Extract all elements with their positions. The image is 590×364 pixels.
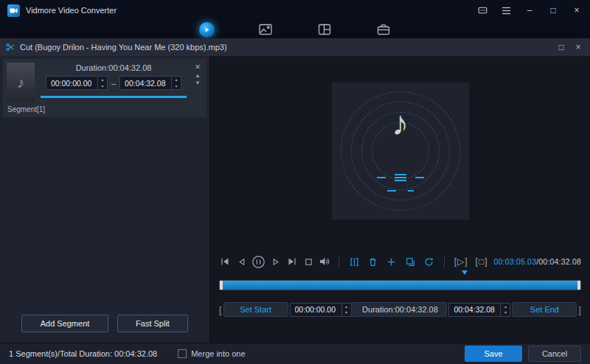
segment-start-value[interactable] [46, 77, 97, 89]
dialog-title: Cut (Bugoy Drilon - Having You Near Me (… [20, 43, 550, 52]
spinner-up-icon[interactable]: ▴ [98, 77, 107, 83]
trim-end-input[interactable]: ▴ ▾ [448, 303, 510, 317]
statusbar-actions: Save Cancel [465, 346, 581, 362]
trim-end-handle[interactable] [577, 281, 580, 290]
remove-segment-icon[interactable]: × [195, 63, 200, 71]
move-up-icon[interactable]: ▴ [196, 72, 200, 79]
spinner-down-icon[interactable]: ▾ [501, 309, 510, 316]
equalizer-row [332, 190, 469, 192]
timeline[interactable] [219, 280, 581, 290]
segment-actions: Add Segment Fast Split [0, 315, 209, 332]
segment-end-spinner: ▴ ▾ [171, 77, 181, 89]
feedback-icon[interactable] [476, 4, 488, 16]
titlebar-controls: – □ × [476, 4, 583, 16]
close-icon[interactable]: × [571, 4, 583, 16]
reset-icon[interactable] [422, 253, 436, 270]
time-display: 00:03:05.03/00:04:32.08 [494, 257, 581, 266]
dialog-close-icon[interactable]: × [572, 42, 584, 52]
segment-start-spinner: ▴ ▾ [97, 77, 107, 89]
trim-end-spinner: ▴ ▾ [500, 304, 510, 316]
trim-start-input[interactable]: ▴ ▾ [290, 303, 352, 317]
fast-split-button[interactable]: Fast Split [117, 315, 188, 332]
set-start-button[interactable]: Set Start [223, 302, 288, 317]
add-segment-button[interactable]: Add Segment [21, 315, 108, 332]
cut-dialog-header: Cut (Bugoy Drilon - Having You Near Me (… [0, 38, 590, 56]
cancel-button[interactable]: Cancel [528, 346, 581, 362]
segment-list-panel: ♪ Duration:00:04:32.08 ▴ ▾ [0, 56, 210, 343]
move-down-icon[interactable]: ▾ [196, 80, 200, 86]
segment-card[interactable]: ♪ Duration:00:04:32.08 ▴ ▾ [3, 59, 206, 117]
playback-controls: [▷] [□] 00:03:05.03/00:04:32.08 [219, 252, 581, 271]
segment-thumbnail: ♪ [7, 63, 35, 102]
playhead-triangle-icon [462, 270, 468, 287]
music-note-icon: ♪ [17, 74, 24, 91]
merge-into-one-option[interactable]: Merge into one [178, 349, 245, 358]
dialog-maximize-icon[interactable]: □ [555, 42, 567, 52]
trim-end-value[interactable] [449, 304, 500, 316]
spinner-up-icon[interactable]: ▴ [342, 304, 351, 310]
segment-summary: 1 Segment(s)/Total Duration: 00:04:32.08 [9, 349, 157, 358]
stop-icon[interactable] [302, 253, 314, 270]
set-end-button[interactable]: Set End [512, 302, 577, 317]
app-title: Vidmore Video Converter [26, 6, 117, 15]
music-note-icon: ♪ [332, 103, 469, 143]
titlebar-left: Vidmore Video Converter [7, 4, 117, 17]
total-time: 00:04:32.08 [538, 257, 581, 266]
nav-converter-icon[interactable] [198, 21, 215, 38]
right-bracket: ] [578, 304, 581, 315]
skip-end-icon[interactable] [286, 253, 298, 270]
save-button[interactable]: Save [465, 346, 522, 362]
minimize-icon[interactable]: – [524, 4, 535, 16]
nav-toolbox-icon[interactable] [375, 21, 392, 38]
segment-label: Segment[1] [7, 102, 203, 116]
segment-card-side: × ▴ ▾ [192, 63, 203, 102]
trim-start-spinner: ▴ ▾ [341, 304, 351, 316]
trim-start-handle[interactable] [220, 281, 223, 290]
menu-icon[interactable] [500, 4, 512, 16]
stop-segment-icon[interactable]: [□] [474, 256, 490, 267]
split-segment-icon[interactable] [347, 253, 361, 270]
spinner-down-icon[interactable]: ▾ [98, 83, 107, 90]
cut-dialog: Cut (Bugoy Drilon - Having You Near Me (… [0, 38, 590, 343]
merge-checkbox[interactable] [178, 349, 187, 358]
copy-segment-icon[interactable] [403, 253, 417, 270]
segment-end-value[interactable] [120, 77, 171, 89]
nav-collage-icon[interactable] [316, 21, 333, 38]
feature-navbar [0, 21, 590, 38]
delete-segment-icon[interactable] [366, 253, 380, 270]
playhead[interactable] [462, 275, 469, 288]
titlebar: Vidmore Video Converter – □ × [0, 0, 590, 21]
merge-label: Merge into one [191, 349, 245, 358]
segment-start-input[interactable]: ▴ ▾ [46, 76, 108, 90]
segment-card-body: Duration:00:04:32.08 ▴ ▾ – [41, 63, 187, 102]
skip-start-icon[interactable] [219, 253, 231, 270]
maximize-icon[interactable]: □ [547, 4, 559, 16]
segment-time-range: ▴ ▾ – ▴ ▾ [41, 76, 187, 90]
volume-icon[interactable] [319, 253, 330, 270]
player-panel: ♪ [210, 56, 590, 343]
current-time: 00:03:05.03 [494, 257, 537, 266]
album-art: ♪ [332, 83, 469, 220]
equalizer-row [332, 174, 469, 181]
spinner-up-icon[interactable]: ▴ [501, 304, 510, 310]
left-bracket: [ [219, 304, 222, 315]
add-segment-icon[interactable] [384, 253, 398, 270]
nav-mv-icon[interactable] [257, 21, 274, 38]
spinner-down-icon[interactable]: ▾ [342, 309, 351, 316]
frame-back-icon[interactable] [235, 253, 247, 270]
trim-start-value[interactable] [291, 304, 341, 316]
segment-duration-label: Duration:00:04:32.08 [41, 63, 187, 72]
segment-range-bar [41, 96, 187, 98]
trim-controls: [ Set Start ▴ ▾ Duration:00:04:32.08 ▴ [219, 302, 581, 317]
segment-card-top: ♪ Duration:00:04:32.08 ▴ ▾ [7, 63, 203, 102]
range-dash: – [111, 79, 116, 88]
segment-end-input[interactable]: ▴ ▾ [119, 76, 181, 90]
spinner-down-icon[interactable]: ▾ [172, 83, 181, 90]
frame-forward-icon[interactable] [270, 253, 282, 270]
scissors-icon [6, 43, 15, 52]
divider [444, 256, 445, 267]
divider [339, 256, 339, 267]
play-segment-icon[interactable]: [▷] [453, 256, 470, 267]
pause-icon[interactable] [251, 253, 266, 270]
spinner-up-icon[interactable]: ▴ [172, 77, 181, 83]
